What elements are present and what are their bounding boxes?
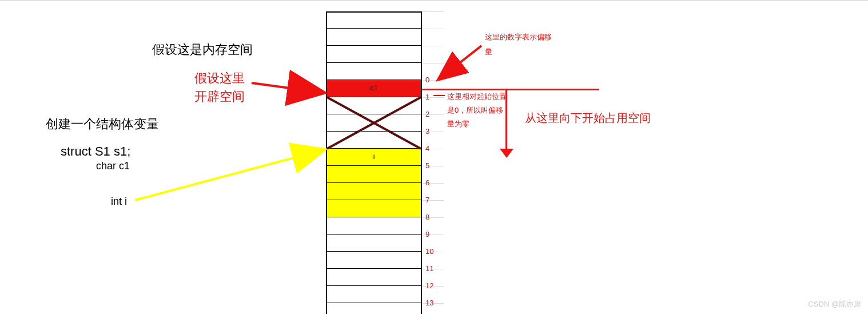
int-i-label: int i: [111, 194, 127, 209]
offset-number: 13: [425, 299, 433, 307]
rel-start-line2: 是0，所以叫偏移: [447, 105, 503, 116]
title-label: 假设这是内存空间: [152, 41, 253, 59]
offset-number: 3: [425, 127, 429, 136]
memory-cell: [326, 29, 422, 46]
assume-here-line2: 开辟空间: [194, 88, 245, 106]
char-c1-label: char c1: [96, 159, 130, 173]
offset-number: 11: [425, 264, 433, 273]
offset-number: 1: [425, 93, 429, 101]
offset-meaning-line1: 这里的数字表示偏移: [485, 32, 552, 42]
offset-number: 4: [425, 144, 429, 153]
top-divider: [0, 0, 868, 1]
memory-cell: [326, 269, 422, 286]
memory-column: c1i: [326, 11, 422, 314]
offset-meaning-line2: 量: [485, 47, 492, 57]
watermark: CSDN @陈亦康: [808, 299, 861, 309]
memory-cell: c1: [326, 80, 422, 97]
memory-cell: [326, 183, 422, 200]
diagram-stage: { "labels": { "title": "假设这是内存空间", "assu…: [0, 0, 868, 314]
offset-number: 10: [425, 247, 433, 256]
offset-number: 9: [425, 230, 429, 239]
down-arrow-head: [500, 149, 513, 158]
memory-cell: [326, 114, 422, 132]
memory-cell: [326, 63, 422, 80]
arrow-offset-meaning: [439, 46, 481, 79]
rel-start-line3: 量为零: [447, 119, 469, 129]
memory-cell: [326, 200, 422, 217]
arrow-inti-to-i: [135, 150, 324, 200]
gray-row: [422, 11, 444, 29]
memory-cell: [326, 303, 422, 314]
down-arrow-shaft: [505, 89, 507, 152]
struct-decl-label: struct S1 s1;: [61, 143, 130, 161]
connector-to-annotation: [433, 95, 445, 96]
memory-cell: [326, 252, 422, 269]
arrow-assume-to-c1: [252, 83, 324, 93]
memory-cell: [326, 234, 422, 252]
from-here-down-label: 从这里向下开始占用空间: [525, 110, 651, 126]
offset-number: 2: [425, 110, 429, 118]
gray-row: [422, 29, 444, 46]
memory-cell: [326, 46, 422, 63]
gray-row: [422, 46, 444, 63]
memory-cell: i: [326, 149, 422, 166]
memory-cell: [326, 11, 422, 29]
offset-number: 7: [425, 196, 429, 204]
offset-number: 5: [425, 161, 429, 170]
memory-cell: [326, 286, 422, 303]
memory-cell: [326, 217, 422, 234]
memory-cell: [326, 132, 422, 149]
create-struct-label: 创建一个结构体变量: [46, 116, 159, 133]
start-line: [422, 89, 599, 90]
memory-cell: [326, 166, 422, 183]
offset-number: 12: [425, 281, 433, 290]
offset-number: 0: [425, 75, 429, 84]
offset-number: 6: [425, 178, 429, 187]
assume-here-line1: 假设这里: [194, 70, 245, 88]
offset-number: 8: [425, 213, 429, 221]
rel-start-line1: 这里相对起始位置: [447, 92, 507, 102]
memory-cell: [326, 97, 422, 114]
